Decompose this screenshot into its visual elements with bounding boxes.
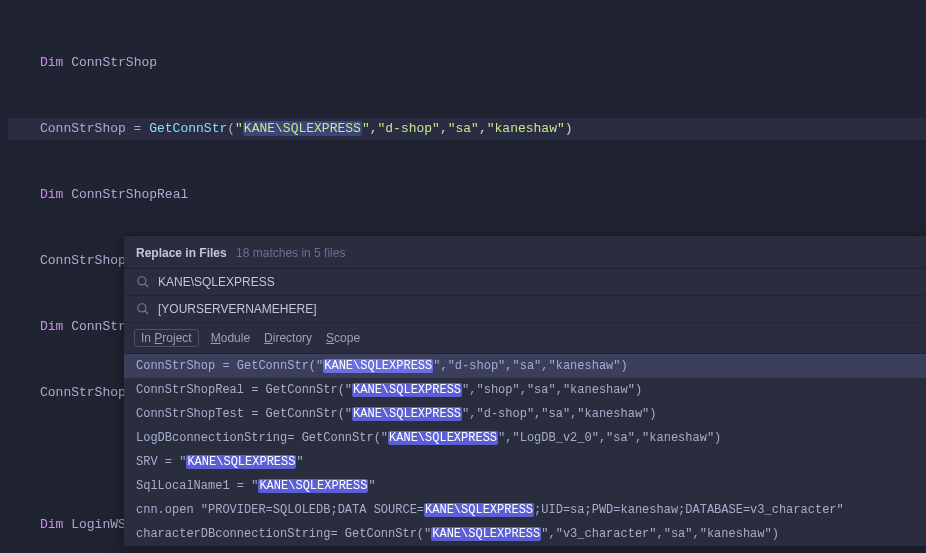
result-pre: ConnStrShop = GetConnStr(" bbox=[136, 359, 323, 373]
scope-tabs: In Project Module Directory Scope bbox=[124, 323, 926, 354]
svg-point-0 bbox=[138, 277, 146, 285]
scope-in-project[interactable]: In Project bbox=[134, 329, 199, 347]
result-match: KANE\SQLEXPRESS bbox=[258, 479, 368, 493]
result-row[interactable]: ConnStrShopTest = GetConnStr("KANE\SQLEX… bbox=[124, 402, 926, 426]
search-icon bbox=[136, 302, 150, 316]
result-row[interactable]: characterDBconnectionString= GetConnStr(… bbox=[124, 522, 926, 546]
replace-in-files-panel: Replace in Files 18 matches in 5 files I… bbox=[124, 236, 926, 546]
svg-line-1 bbox=[145, 284, 149, 288]
result-post: ","shop","sa","kaneshaw") bbox=[462, 383, 642, 397]
result-pre: ConnStrShopTest = GetConnStr(" bbox=[136, 407, 352, 421]
result-post: ","LogDB_v2_0","sa","kaneshaw") bbox=[498, 431, 721, 445]
result-pre: LogDBconnectionString= GetConnStr(" bbox=[136, 431, 388, 445]
replace-input[interactable] bbox=[158, 302, 914, 316]
results-list: ConnStrShop = GetConnStr("KANE\SQLEXPRES… bbox=[124, 354, 926, 546]
result-post: " bbox=[368, 479, 375, 493]
result-match: KANE\SQLEXPRESS bbox=[388, 431, 498, 445]
panel-title: Replace in Files bbox=[136, 246, 227, 260]
code-line-current: ConnStrShop = GetConnStr("KANE\SQLEXPRES… bbox=[8, 118, 926, 140]
search-input[interactable] bbox=[158, 275, 914, 289]
result-post: ","d-shop","sa","kaneshaw") bbox=[433, 359, 627, 373]
result-match: KANE\SQLEXPRESS bbox=[352, 383, 462, 397]
result-post: ","d-shop","sa","kaneshaw") bbox=[462, 407, 656, 421]
search-icon bbox=[136, 275, 150, 289]
result-post: " bbox=[296, 455, 303, 469]
result-post: ;UID=sa;PWD=kaneshaw;DATABASE=v3_charact… bbox=[534, 503, 844, 517]
result-match: KANE\SQLEXPRESS bbox=[352, 407, 462, 421]
scope-directory[interactable]: Directory bbox=[264, 331, 312, 345]
result-row[interactable]: SRV = "KANE\SQLEXPRESS" bbox=[124, 450, 926, 474]
svg-line-3 bbox=[145, 311, 149, 315]
code-line: Dim ConnStrShopReal bbox=[8, 184, 926, 206]
result-row[interactable]: ConnStrShopReal = GetConnStr("KANE\SQLEX… bbox=[124, 378, 926, 402]
result-pre: cnn.open "PROVIDER=SQLOLEDB;DATA SOURCE= bbox=[136, 503, 424, 517]
result-pre: SqlLocalName1 = " bbox=[136, 479, 258, 493]
result-match: KANE\SQLEXPRESS bbox=[323, 359, 433, 373]
result-row[interactable]: ConnStrShop = GetConnStr("KANE\SQLEXPRES… bbox=[124, 354, 926, 378]
selection: KANE\SQLEXPRESS bbox=[243, 121, 362, 136]
result-row[interactable]: cnn.open "PROVIDER=SQLOLEDB;DATA SOURCE=… bbox=[124, 498, 926, 522]
result-match: KANE\SQLEXPRESS bbox=[186, 455, 296, 469]
panel-match-count: 18 matches in 5 files bbox=[236, 246, 345, 260]
scope-scope[interactable]: Scope bbox=[326, 331, 360, 345]
result-match: KANE\SQLEXPRESS bbox=[424, 503, 534, 517]
svg-point-2 bbox=[138, 304, 146, 312]
scope-module[interactable]: Module bbox=[211, 331, 250, 345]
result-pre: ConnStrShopReal = GetConnStr(" bbox=[136, 383, 352, 397]
result-pre: SRV = " bbox=[136, 455, 186, 469]
replace-field-row[interactable] bbox=[124, 296, 926, 323]
result-post: ","v3_character","sa","kaneshaw") bbox=[541, 527, 779, 541]
code-line: Dim ConnStrShop bbox=[8, 52, 926, 74]
result-row[interactable]: SqlLocalName1 = "KANE\SQLEXPRESS" bbox=[124, 474, 926, 498]
result-match: KANE\SQLEXPRESS bbox=[431, 527, 541, 541]
result-pre: characterDBconnectionString= GetConnStr(… bbox=[136, 527, 431, 541]
search-field-row[interactable] bbox=[124, 269, 926, 296]
result-row[interactable]: LogDBconnectionString= GetConnStr("KANE\… bbox=[124, 426, 926, 450]
panel-header: Replace in Files 18 matches in 5 files bbox=[124, 236, 926, 269]
